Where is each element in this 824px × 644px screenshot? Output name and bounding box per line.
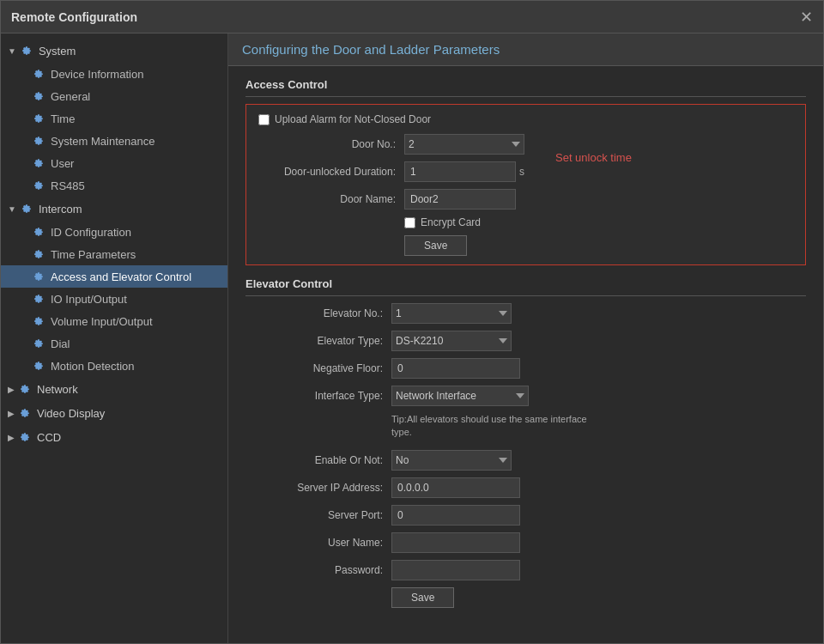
gear-icon [32,67,45,81]
sidebar-item-volume-input-output[interactable]: Volume Input/Output [1,310,227,332]
server-ip-row: Server IP Address: [245,477,806,498]
sidebar-item-label: System Maintenance [51,135,154,148]
sidebar-item-label: IO Input/Output [51,293,127,306]
negative-floor-row: Negative Floor: [245,358,806,379]
enable-or-not-label: Enable Or Not: [245,454,383,466]
server-ip-label: Server IP Address: [245,482,383,494]
door-no-row: Door No.: 2 1 3 4 [258,134,524,155]
sidebar-item-label: Access and Elevator Control [51,270,191,283]
panel-header: Configuring the Door and Ladder Paramete… [228,33,823,66]
network-group: ▶ Network [1,377,227,401]
sidebar-item-label: General [51,90,90,103]
negative-floor-input[interactable] [391,358,520,379]
sidebar-item-label: Device Information [51,68,143,81]
door-name-row: Door Name: [258,189,524,210]
door-name-label: Door Name: [258,193,396,205]
sidebar-item-device-information[interactable]: Device Information [1,63,227,85]
interface-type-row: Interface Type: Network Interface RS-485 [245,386,806,406]
gear-icon [32,112,45,125]
sidebar-item-dial[interactable]: Dial [1,332,227,355]
server-port-label: Server Port: [245,509,383,521]
gear-icon [32,270,45,283]
encrypt-card-checkbox[interactable] [404,217,415,228]
tip-text: Tip:All elevators should use the same in… [391,413,606,440]
elevator-save-button[interactable]: Save [391,587,454,608]
negative-floor-label: Negative Floor: [245,362,383,374]
titlebar: Remote Configuration ✕ [1,1,823,33]
main-panel: Configuring the Door and Ladder Paramete… [228,33,823,643]
network-arrow: ▶ [8,385,15,394]
annotation-area: Set unlock time [542,134,632,164]
sidebar-item-io-input-output[interactable]: IO Input/Output [1,288,227,310]
system-group: ▼ System Device Information [1,39,227,197]
video-display-group: ▶ Video Display [1,401,227,425]
gear-icon [32,359,45,373]
access-save-row: Save [404,235,524,256]
upload-alarm-checkbox[interactable] [258,114,270,125]
network-group-header[interactable]: ▶ Network [1,377,227,401]
sidebar: ▼ System Device Information [1,33,228,643]
gear-icon [32,292,45,306]
upload-alarm-row: Upload Alarm for Not-Closed Door [258,113,793,125]
gear-icon [32,134,45,148]
sidebar-item-rs485[interactable]: RS485 [1,174,227,197]
gear-icon [32,247,45,261]
door-form: Door No.: 2 1 3 4 Door-unlocked Duration… [258,134,524,256]
sidebar-item-label: RS485 [51,179,85,192]
server-port-input[interactable] [391,505,520,526]
elevator-no-select[interactable]: 1 2 3 [391,303,512,324]
sidebar-item-label: Dial [51,337,70,350]
sidebar-item-id-configuration[interactable]: ID Configuration [1,221,227,243]
system-gear-icon [20,44,33,58]
intercom-arrow: ▼ [8,204,16,214]
upload-alarm-label: Upload Alarm for Not-Closed Door [275,113,431,125]
sidebar-item-time-parameters[interactable]: Time Parameters [1,243,227,265]
access-control-box: Upload Alarm for Not-Closed Door Door No… [245,104,806,265]
intercom-group-header[interactable]: ▼ Intercom [1,197,227,221]
gear-icon [32,89,45,103]
ccd-group-header[interactable]: ▶ CCD [1,425,227,449]
username-row: User Name: [245,532,806,553]
elevator-control-title: Elevator Control [245,277,806,296]
system-items: Device Information General Time System M… [1,63,227,197]
sidebar-item-system-maintenance[interactable]: System Maintenance [1,130,227,152]
ccd-arrow: ▶ [8,433,15,442]
intercom-gear-icon [20,202,33,216]
close-button[interactable]: ✕ [800,9,813,25]
access-save-button[interactable]: Save [404,235,467,256]
remote-config-window: Remote Configuration ✕ ▼ System [0,0,824,644]
sidebar-item-label: Motion Detection [51,360,135,373]
elevator-form: Elevator No.: 1 2 3 Elevator Type: DS-K2… [245,303,806,608]
duration-row: Door-unlocked Duration: s [258,161,524,182]
door-config-area: Door No.: 2 1 3 4 Door-unlocked Duration… [258,134,793,256]
enable-or-not-select[interactable]: No Yes [391,450,512,471]
system-arrow: ▼ [8,46,16,56]
sidebar-item-user[interactable]: User [1,152,227,174]
encrypt-card-label: Encrypt Card [421,216,481,228]
ccd-group: ▶ CCD [1,425,227,449]
username-input[interactable] [391,532,520,553]
door-name-input[interactable] [404,189,516,210]
elevator-type-row: Elevator Type: DS-K2210 [245,331,806,351]
password-input[interactable] [391,560,520,580]
server-ip-input[interactable] [391,477,520,498]
elevator-no-row: Elevator No.: 1 2 3 [245,303,806,324]
sidebar-item-label: User [51,157,74,170]
elevator-no-label: Elevator No.: [245,307,383,319]
sidebar-item-general[interactable]: General [1,85,227,107]
content-area: ▼ System Device Information [1,33,823,643]
gear-icon [32,225,45,239]
password-label: Password: [245,564,383,576]
intercom-label: Intercom [39,203,82,216]
duration-input[interactable] [404,161,516,182]
door-no-select[interactable]: 2 1 3 4 [404,134,524,155]
sidebar-item-label: Time Parameters [51,248,136,261]
elevator-type-select[interactable]: DS-K2210 [391,331,512,351]
video-display-group-header[interactable]: ▶ Video Display [1,401,227,425]
sidebar-item-access-elevator-control[interactable]: Access and Elevator Control [1,265,227,288]
sidebar-item-label: ID Configuration [51,226,131,239]
sidebar-item-time[interactable]: Time [1,107,227,130]
sidebar-item-motion-detection[interactable]: Motion Detection [1,355,227,377]
system-group-header[interactable]: ▼ System [1,39,227,63]
interface-type-select[interactable]: Network Interface RS-485 [391,386,529,406]
